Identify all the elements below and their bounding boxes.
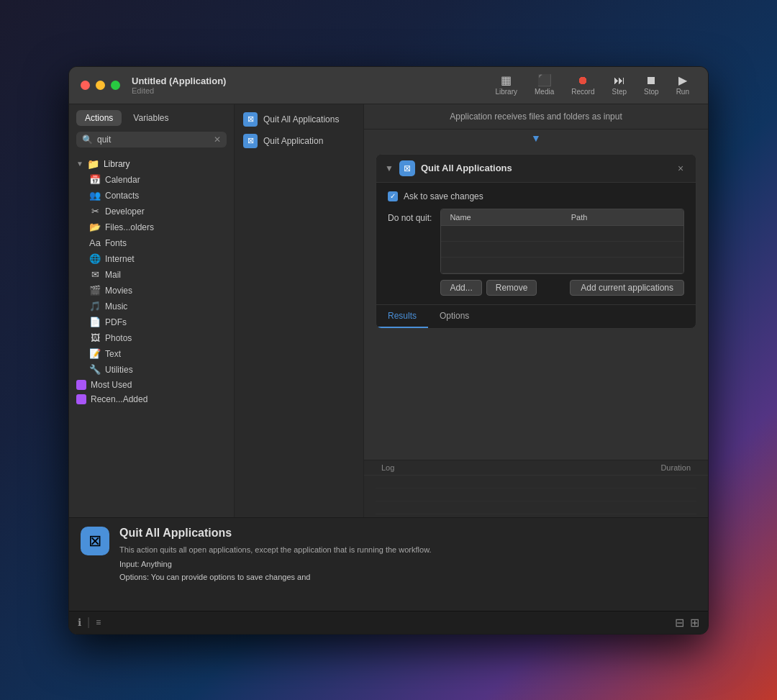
align-left-icon[interactable]: ⊟ bbox=[675, 616, 684, 629]
log-header: Log Duration bbox=[364, 460, 708, 476]
sidebar-item-label: Recen...Added bbox=[91, 394, 147, 404]
sidebar-item-developer[interactable]: ✂ Developer bbox=[69, 204, 234, 219]
do-not-quit-row: Do not quit: Name Path bbox=[388, 209, 684, 296]
stop-icon: ⏹ bbox=[645, 75, 657, 86]
ask-save-label: Ask to save changes bbox=[404, 191, 483, 201]
sidebar-item-files[interactable]: 📂 Files...olders bbox=[69, 219, 234, 235]
sidebar-item-movies[interactable]: 🎬 Movies bbox=[69, 283, 234, 299]
sidebar-item-music[interactable]: 🎵 Music bbox=[69, 299, 234, 314]
utilities-icon: 🔧 bbox=[89, 364, 101, 376]
record-icon: ⏺ bbox=[577, 75, 589, 86]
log-col-duration: Duration bbox=[655, 460, 696, 475]
action-card-chevron-icon[interactable]: ▼ bbox=[385, 163, 394, 173]
table-row[interactable] bbox=[441, 226, 683, 242]
sidebar-item-recently-added[interactable]: Recen...Added bbox=[69, 392, 234, 406]
sidebar-item-fonts[interactable]: Aa Fonts bbox=[69, 235, 234, 251]
stop-button[interactable]: ⏹ Stop bbox=[637, 72, 666, 99]
bottom-panel: ⊠ Quit All Applications This action quit… bbox=[69, 517, 708, 611]
sidebar-item-calendar[interactable]: 📅 Calendar bbox=[69, 172, 234, 188]
minimize-button[interactable] bbox=[96, 81, 105, 90]
chevron-down-icon: ▼ bbox=[76, 160, 83, 168]
workflow-header: Application receives files and folders a… bbox=[364, 104, 708, 129]
most-used-swatch bbox=[76, 380, 86, 390]
remove-button[interactable]: Remove bbox=[486, 280, 537, 296]
sidebar-item-photos[interactable]: 🖼 Photos bbox=[69, 330, 234, 346]
run-button[interactable]: ▶ Run bbox=[669, 72, 696, 99]
sidebar-item-contacts[interactable]: 👥 Contacts bbox=[69, 188, 234, 204]
run-label: Run bbox=[676, 88, 689, 96]
log-rows bbox=[364, 476, 708, 514]
sidebar-item-internet[interactable]: 🌐 Internet bbox=[69, 251, 234, 267]
run-icon: ▶ bbox=[678, 75, 687, 86]
sidebar-item-text[interactable]: 📝 Text bbox=[69, 346, 234, 362]
sidebar-item-library[interactable]: ▼ 📁 Library bbox=[69, 156, 234, 172]
sidebar-item-label: Library bbox=[104, 159, 130, 169]
bottom-info: Quit All Applications This action quits … bbox=[119, 527, 696, 602]
table-cell-path bbox=[563, 258, 683, 273]
add-current-applications-button[interactable]: Add current applications bbox=[570, 280, 684, 296]
library-button[interactable]: ▦ Library bbox=[488, 72, 524, 99]
sidebar-item-label: Music bbox=[105, 301, 127, 312]
action-item-label: Quit Application bbox=[263, 136, 323, 146]
library-folder-icon: 📁 bbox=[88, 158, 99, 170]
bottom-bar-right: ⊟ ⊞ bbox=[675, 616, 699, 629]
sidebar-item-pdfs[interactable]: 📄 PDFs bbox=[69, 314, 234, 330]
add-button[interactable]: Add... bbox=[440, 280, 481, 296]
internet-icon: 🌐 bbox=[89, 253, 101, 265]
maximize-button[interactable] bbox=[111, 81, 120, 90]
toolbar: ▦ Library ⬛ Media ⏺ Record ⏭ Step ⏹ Stop… bbox=[488, 72, 696, 99]
sidebar-item-utilities[interactable]: 🔧 Utilities bbox=[69, 362, 234, 378]
search-input[interactable] bbox=[97, 135, 209, 145]
record-label: Record bbox=[571, 88, 594, 96]
footer-tab-results[interactable]: Results bbox=[376, 305, 428, 328]
action-item-label: Quit All Applications bbox=[263, 114, 339, 124]
table-col-name: Name bbox=[441, 209, 562, 225]
list-icon[interactable]: ≡ bbox=[96, 617, 101, 627]
sidebar-item-mail[interactable]: ✉ Mail bbox=[69, 267, 234, 283]
text-icon: 📝 bbox=[89, 348, 101, 360]
options-value: You can provide options to save changes … bbox=[151, 573, 311, 581]
table-row[interactable] bbox=[441, 258, 683, 273]
action-card-header: ▼ ⊠ Quit All Applications × bbox=[376, 155, 696, 183]
media-button[interactable]: ⬛ Media bbox=[527, 72, 561, 99]
recently-added-swatch bbox=[76, 394, 86, 404]
files-icon: 📂 bbox=[89, 222, 101, 233]
action-item-quit-all[interactable]: ⊠ Quit All Applications bbox=[235, 109, 363, 130]
table-actions: Add... Remove Add current applications bbox=[440, 280, 684, 296]
library-icon: ▦ bbox=[501, 75, 512, 86]
sidebar-item-most-used[interactable]: Most Used bbox=[69, 378, 234, 392]
align-right-icon[interactable]: ⊞ bbox=[690, 616, 699, 629]
tab-variables[interactable]: Variables bbox=[124, 110, 177, 126]
record-button[interactable]: ⏺ Record bbox=[564, 72, 601, 99]
info-icon[interactable]: ℹ bbox=[78, 617, 81, 628]
window-title-main: Untitled (Application) bbox=[132, 76, 226, 86]
sidebar-tabs: Actions Variables bbox=[69, 104, 234, 126]
close-button[interactable] bbox=[81, 81, 90, 90]
footer-tab-options[interactable]: Options bbox=[428, 305, 481, 328]
checkbox-row: ✓ Ask to save changes bbox=[388, 191, 684, 201]
window-subtitle: Edited bbox=[132, 86, 226, 95]
log-row bbox=[376, 476, 696, 488]
action-item-quit-app[interactable]: ⊠ Quit Application bbox=[235, 130, 363, 152]
bottom-input-meta: Input: Anything bbox=[119, 560, 696, 568]
sidebar-item-label: PDFs bbox=[105, 317, 127, 327]
sidebar: Actions Variables 🔍 ✕ ▼ 📁 Library 📅 Cale… bbox=[69, 104, 235, 517]
sidebar-item-label: Mail bbox=[105, 270, 121, 280]
sidebar-item-label: Most Used bbox=[91, 380, 132, 390]
tab-actions[interactable]: Actions bbox=[76, 110, 122, 126]
table-col-path: Path bbox=[563, 209, 683, 225]
developer-icon: ✂ bbox=[89, 206, 101, 217]
main-window: Untitled (Application) Edited ▦ Library … bbox=[68, 66, 709, 635]
step-button[interactable]: ⏭ Step bbox=[604, 72, 634, 99]
table-row[interactable] bbox=[441, 242, 683, 258]
music-icon: 🎵 bbox=[89, 301, 101, 312]
workflow-arrow: ▼ bbox=[364, 129, 708, 147]
action-card-close-button[interactable]: × bbox=[674, 162, 687, 175]
titlebar: Untitled (Application) Edited ▦ Library … bbox=[69, 67, 708, 104]
options-label: Options: bbox=[119, 573, 149, 581]
clear-icon[interactable]: ✕ bbox=[214, 135, 221, 145]
sidebar-item-label: Utilities bbox=[105, 365, 133, 375]
sidebar-item-label: Contacts bbox=[105, 191, 139, 201]
workflow-header-text: Application receives files and folders a… bbox=[450, 112, 622, 122]
ask-save-checkbox[interactable]: ✓ bbox=[388, 191, 398, 201]
